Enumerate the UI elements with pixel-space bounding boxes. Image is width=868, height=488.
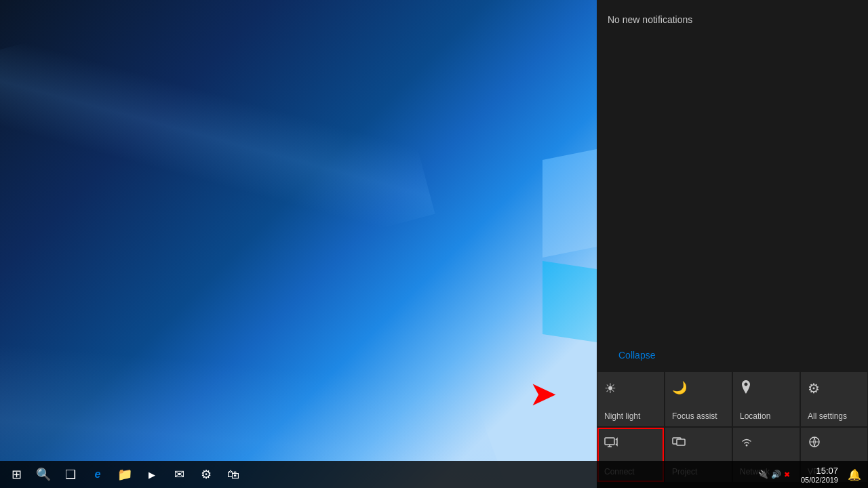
cmd-icon: ▶ — [149, 470, 155, 480]
project-icon — [672, 436, 686, 451]
night-light-label: Night light — [604, 411, 640, 421]
connect-icon — [604, 436, 618, 451]
clock-display[interactable]: 15:07 05/02/2019 — [795, 466, 844, 484]
settings-button[interactable]: ⚙ — [193, 461, 220, 488]
explorer-icon: 📁 — [117, 467, 132, 482]
location-label: Location — [740, 411, 770, 421]
store-button[interactable]: 🛍 — [220, 461, 247, 488]
collapse-section: Collapse — [597, 342, 868, 371]
clock-date: 05/02/2019 — [801, 476, 838, 484]
network-tray-icon: 🔌 — [758, 470, 768, 479]
search-icon: 🔍 — [36, 467, 51, 482]
focus-assist-icon: 🌙 — [672, 380, 687, 395]
location-tile[interactable]: Location — [733, 372, 800, 426]
collapse-button[interactable]: Collapse — [608, 344, 666, 366]
location-icon — [740, 380, 752, 397]
taskview-icon: ❑ — [65, 467, 76, 482]
notifications-area: No new notifications — [597, 0, 868, 342]
explorer-button[interactable]: 📁 — [111, 461, 138, 488]
night-light-tile[interactable]: ☀ Night light — [597, 372, 664, 426]
all-settings-label: All settings — [808, 411, 847, 421]
svg-rect-4 — [677, 439, 685, 445]
focus-assist-label: Focus assist — [672, 411, 717, 421]
windows-logo — [515, 149, 597, 339]
tray-icons-group: 🔌 🔊 ✖ — [758, 470, 795, 479]
battery-tray-icon: ✖ — [784, 470, 790, 479]
system-tray: 🔌 🔊 ✖ 15:07 05/02/2019 🔔 — [597, 461, 868, 488]
edge-icon: e — [95, 468, 101, 481]
search-button[interactable]: 🔍 — [30, 461, 57, 488]
vpn-icon — [808, 436, 821, 451]
no-notifications-text: No new notifications — [608, 14, 692, 25]
svg-point-5 — [746, 445, 748, 447]
all-settings-tile[interactable]: ⚙ All settings — [801, 372, 867, 426]
notification-center-button[interactable]: 🔔 — [844, 461, 865, 488]
mail-button[interactable]: ✉ — [165, 461, 193, 488]
start-icon: ⊞ — [12, 467, 22, 482]
start-button[interactable]: ⊞ — [3, 461, 30, 488]
quick-actions-row-1: ☀ Night light 🌙 Focus assist Location ⚙ … — [597, 371, 868, 427]
mail-icon: ✉ — [174, 467, 184, 482]
focus-assist-tile[interactable]: 🌙 Focus assist — [665, 372, 732, 426]
notification-bell-icon: 🔔 — [848, 468, 861, 481]
store-icon: 🛍 — [227, 468, 239, 482]
cmd-button[interactable]: ▶ — [138, 461, 165, 488]
edge-button[interactable]: e — [84, 461, 111, 488]
action-center-panel: No new notifications Collapse ☀ Night li… — [597, 0, 868, 488]
settings-icon: ⚙ — [201, 467, 212, 482]
taskbar: ⊞ 🔍 ❑ e 📁 ▶ ✉ ⚙ 🛍 — [0, 461, 597, 488]
desktop-background: ⊞ 🔍 ❑ e 📁 ▶ ✉ ⚙ 🛍 ➤ — [0, 0, 597, 488]
clock-time: 15:07 — [801, 466, 838, 476]
volume-tray-icon: 🔊 — [771, 470, 781, 479]
network-icon — [740, 436, 753, 451]
all-settings-icon: ⚙ — [808, 380, 820, 396]
arrow-annotation: ➤ — [529, 374, 557, 413]
svg-rect-0 — [605, 438, 614, 445]
taskview-button[interactable]: ❑ — [57, 461, 84, 488]
night-light-icon: ☀ — [604, 380, 616, 396]
